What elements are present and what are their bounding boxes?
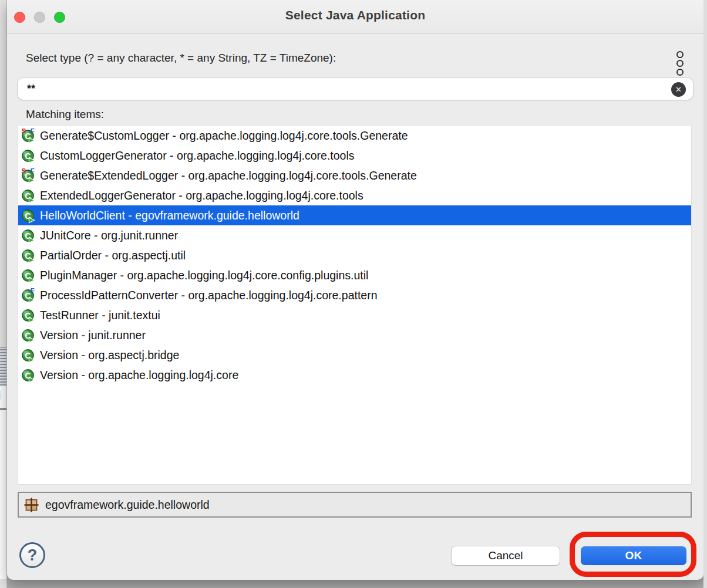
list-item-label: Generate$CustomLogger - org.apache.loggi… xyxy=(40,129,408,143)
java-class-runnable-icon: C S F xyxy=(21,128,36,144)
list-item[interactable]: C S F Generate$ExtendedLogger - org.apac… xyxy=(18,165,691,185)
list-item-label: TestRunner - junit.textui xyxy=(40,309,160,322)
list-item-label: Version - org.aspectj.bridge xyxy=(40,349,179,362)
list-item-label: PluginManager - org.apache.logging.log4j… xyxy=(40,269,368,282)
ok-button[interactable]: OK xyxy=(581,546,686,565)
list-item-label: CustomLoggerGenerator - org.apache.loggi… xyxy=(40,149,355,163)
list-item[interactable]: C S F PartialOrder - org.aspectj.util xyxy=(18,245,691,265)
java-class-runnable-icon: C S F xyxy=(21,307,36,323)
java-class-runnable-icon: C S F xyxy=(21,367,36,383)
final-decorator-icon: F xyxy=(31,288,35,294)
java-class-runnable-icon: C S F xyxy=(21,288,36,303)
title-bar: Select Java Application xyxy=(7,0,703,34)
java-class-runnable-icon: C S F xyxy=(21,228,36,244)
select-type-label: Select type (? = any character, * = any … xyxy=(26,52,336,65)
list-item-label: ProcessIdPatternConverter - org.apache.l… xyxy=(40,289,378,302)
list-item[interactable]: C S F ProcessIdPatternConverter - org.ap… xyxy=(18,285,691,305)
java-class-runnable-icon: C S F xyxy=(21,248,36,263)
select-java-application-dialog: Select Java Application Select type (? =… xyxy=(7,0,703,580)
type-filter-input[interactable] xyxy=(18,78,693,100)
menu-dot xyxy=(676,51,684,58)
list-item[interactable]: C S F ExtendedLoggerGenerator - org.apac… xyxy=(18,185,691,205)
final-decorator-icon: F xyxy=(31,168,35,174)
menu-dot xyxy=(676,69,684,76)
background-editor-sliver xyxy=(0,386,6,579)
list-item-label: Version - org.apache.logging.log4j.core xyxy=(40,369,238,382)
background-right-edge xyxy=(703,0,707,588)
java-class-runnable-icon: C S F xyxy=(21,148,36,164)
matching-items-list[interactable]: C S F Generate$CustomLogger - org.apache… xyxy=(18,125,692,485)
list-item[interactable]: C S F PluginManager - org.apache.logging… xyxy=(18,265,691,285)
package-icon xyxy=(24,498,39,512)
background-stray-text: j xyxy=(0,388,6,401)
list-item-label: HelloWorldClient - egovframework.guide.h… xyxy=(40,209,299,222)
background-window-strip: j xyxy=(0,0,7,588)
list-item[interactable]: C S F Version - org.apache.logging.log4j… xyxy=(18,365,691,385)
static-decorator-icon: S xyxy=(21,128,26,134)
list-item-label: JUnitCore - org.junit.runner xyxy=(40,229,178,242)
background-divider xyxy=(0,408,6,410)
java-class-runnable-icon: C S F xyxy=(21,268,36,283)
cancel-button[interactable]: Cancel xyxy=(452,546,560,565)
java-class-runnable-icon: C S F xyxy=(21,168,36,184)
menu-dot xyxy=(676,60,684,67)
clear-filter-icon[interactable]: ✕ xyxy=(671,82,686,97)
dialog-title: Select Java Application xyxy=(7,8,703,22)
background-scrollbar xyxy=(0,347,6,386)
list-item[interactable]: C S F Version - junit.runner xyxy=(18,325,691,345)
list-item[interactable]: C S F CustomLoggerGenerator - org.apache… xyxy=(18,146,691,165)
list-item-label: PartialOrder - org.aspectj.util xyxy=(40,249,186,262)
list-item-label: Generate$ExtendedLogger - org.apache.log… xyxy=(40,169,417,183)
list-item[interactable]: C S F Version - org.aspectj.bridge xyxy=(18,345,691,365)
java-class-runnable-icon: C S F xyxy=(21,208,36,224)
java-class-runnable-icon: C S F xyxy=(21,347,36,363)
list-item-label: ExtendedLoggerGenerator - org.apache.log… xyxy=(40,189,363,202)
list-item[interactable]: C S F Generate$CustomLogger - org.apache… xyxy=(18,126,691,146)
java-class-runnable-icon: C S F xyxy=(21,188,36,204)
help-button[interactable]: ? xyxy=(19,542,45,568)
list-item[interactable]: C S F TestRunner - junit.textui xyxy=(18,305,691,325)
matching-items-label: Matching items: xyxy=(26,108,104,121)
qualifier-text: egovframework.guide.helloworld xyxy=(45,498,210,512)
list-item[interactable]: C S F JUnitCore - org.junit.runner xyxy=(18,225,691,245)
static-decorator-icon: S xyxy=(21,168,26,174)
list-item-label: Version - junit.runner xyxy=(40,329,146,342)
list-item[interactable]: C S F HelloWorldClient - egovframework.g… xyxy=(18,205,691,225)
final-decorator-icon: F xyxy=(31,128,35,134)
java-class-runnable-icon: C S F xyxy=(21,327,36,343)
status-bar: egovframework.guide.helloworld xyxy=(18,492,692,518)
view-menu-icon[interactable] xyxy=(676,51,684,76)
